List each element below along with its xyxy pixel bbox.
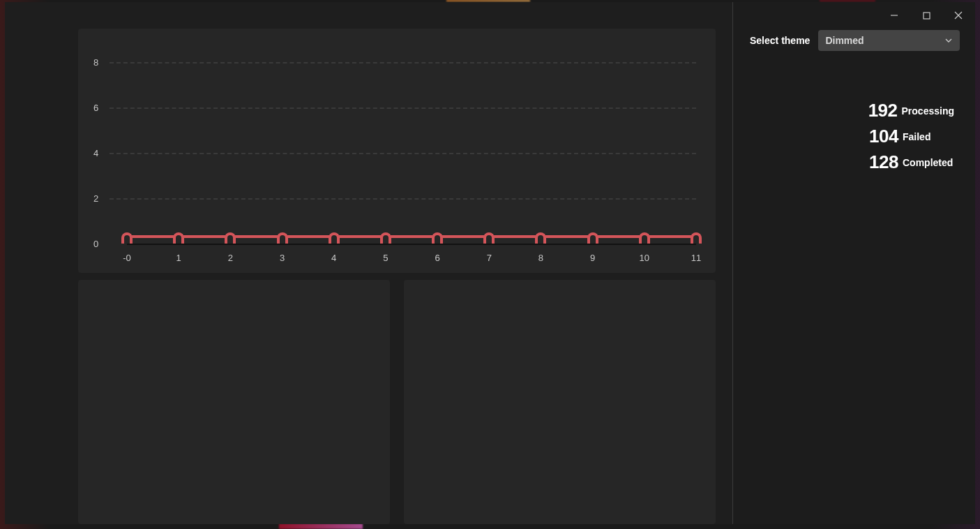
chart-x-tick: 3 — [280, 253, 285, 263]
theme-label: Select theme — [750, 35, 810, 46]
chart-x-tick: 11 — [691, 253, 701, 263]
chart-plot-area: 02468-01234567891011 — [93, 62, 696, 245]
stat-failed: 104 Failed — [869, 126, 954, 147]
chart-point — [483, 232, 495, 244]
chart-series — [127, 232, 696, 246]
bg-accent — [279, 523, 363, 529]
stat-value: 192 — [868, 100, 898, 121]
chart-y-tick: 8 — [93, 57, 98, 68]
chart-point — [225, 232, 236, 244]
chart-x-tick: 9 — [590, 253, 595, 263]
stat-processing: 192 Processing — [868, 100, 954, 121]
stat-label: Processing — [902, 105, 954, 117]
chart-y-tick: 0 — [93, 239, 98, 249]
chart-point — [639, 232, 650, 244]
chart-y-tick: 2 — [93, 193, 98, 204]
theme-selector-row: Select theme Dimmed — [750, 30, 960, 51]
maximize-button[interactable] — [917, 9, 936, 22]
chart-y-tick: 6 — [93, 103, 98, 113]
chart-gridline — [110, 62, 696, 64]
chart-x-tick: 1 — [176, 253, 181, 263]
chart-gridline — [110, 107, 696, 109]
chart-gridline — [110, 198, 696, 200]
theme-select-value: Dimmed — [825, 35, 864, 46]
main-content: 02468-01234567891011 — [63, 2, 732, 524]
minimize-button[interactable] — [884, 9, 904, 22]
chart-point — [121, 232, 133, 244]
close-button[interactable] — [949, 9, 968, 22]
secondary-card-right — [404, 280, 716, 524]
chart-x-tick: 5 — [383, 253, 388, 263]
left-nav-strip — [5, 2, 63, 524]
stat-value: 104 — [869, 126, 898, 147]
chart-x-tick: 8 — [538, 253, 543, 263]
stat-value: 128 — [869, 151, 898, 173]
chart-point — [173, 232, 184, 244]
chart-y-tick: 4 — [93, 148, 98, 158]
stat-label: Failed — [903, 131, 954, 142]
chart-point — [535, 232, 546, 244]
titlebar-controls — [884, 9, 968, 22]
secondary-card-left — [78, 280, 390, 524]
chart-point — [587, 232, 598, 244]
theme-select[interactable]: Dimmed — [818, 30, 960, 51]
chart-card: 02468-01234567891011 — [78, 29, 716, 273]
secondary-cards-row — [78, 280, 716, 524]
chart-point — [380, 232, 391, 244]
right-sidebar: Select theme Dimmed 192 Processing 104 F… — [732, 2, 975, 524]
chart-x-tick: -0 — [123, 253, 131, 263]
stats-block: 192 Processing 104 Failed 128 Completed — [750, 100, 960, 173]
svg-rect-1 — [924, 13, 930, 19]
app-window: 02468-01234567891011 Select theme Dimmed… — [5, 2, 975, 524]
chart-point — [691, 232, 702, 244]
chart-point — [432, 232, 443, 244]
chart-point — [329, 232, 340, 244]
chart-x-tick: 6 — [435, 253, 439, 263]
chart-series-line — [127, 235, 696, 238]
stat-completed: 128 Completed — [869, 151, 954, 173]
chart-point — [277, 232, 288, 244]
chart-x-axis: -01234567891011 — [127, 249, 696, 263]
chart-gridline — [110, 153, 696, 154]
stat-label: Completed — [903, 157, 954, 168]
chevron-down-icon — [944, 36, 953, 45]
chart-x-tick: 10 — [640, 253, 649, 263]
chart-x-tick: 2 — [228, 253, 233, 263]
chart-x-tick: 4 — [331, 253, 336, 263]
chart-x-tick: 7 — [487, 253, 492, 263]
